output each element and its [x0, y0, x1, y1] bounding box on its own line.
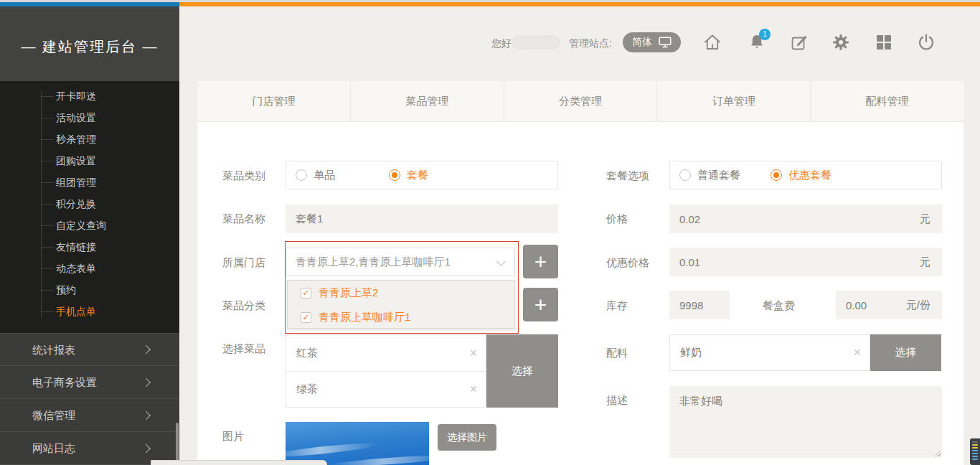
- dish-classify-label: 菜品分类: [222, 299, 265, 313]
- manage-site-label: 管理站点:: [569, 37, 612, 50]
- radio-discount-combo[interactable]: 优惠套餐: [771, 169, 831, 182]
- description-textarea[interactable]: [669, 386, 942, 458]
- tab-category-management[interactable]: 分类管理: [504, 81, 658, 121]
- username-redacted: [512, 35, 560, 50]
- sidebar-item-card-gift[interactable]: 开卡即送: [0, 85, 179, 107]
- ingredient-value: 鲜奶: [680, 346, 702, 360]
- sidebar-section-wechat[interactable]: 微信管理: [0, 399, 179, 432]
- discount-price-label: 优惠价格: [606, 256, 649, 270]
- add-classify-button[interactable]: +: [523, 288, 558, 321]
- price-field[interactable]: 0.02 元: [669, 205, 942, 233]
- chevron-down-icon: [496, 257, 506, 266]
- greeting-text: 您好: [491, 37, 512, 50]
- sidebar-submenu: 开卡即送 活动设置 秒杀管理 团购设置 组团管理 积分兑换 自定义查询 友情链接…: [0, 81, 179, 333]
- dish-name-label: 菜品名称: [222, 212, 265, 226]
- combo-option-label: 套餐选项: [606, 169, 649, 183]
- chevron-right-icon: [141, 377, 151, 387]
- radio-single-item[interactable]: 单品: [296, 169, 335, 182]
- choose-ingredient-button[interactable]: 选择: [870, 334, 941, 371]
- price-unit: 元: [920, 212, 930, 226]
- store-select-value: 青青原上草2,青青原上草咖啡厅1: [296, 255, 451, 268]
- gear-icon: [831, 32, 851, 52]
- tab-bar: 门店管理 菜品管理 分类管理 订单管理 配料管理: [197, 81, 963, 122]
- sidebar-item-groupmgmt[interactable]: 组团管理: [0, 172, 179, 193]
- choose-image-button[interactable]: 选择图片: [438, 424, 496, 451]
- sidebar-item-booking[interactable]: 预约: [0, 279, 179, 301]
- sidebar-item-groupbuy[interactable]: 团购设置: [0, 150, 179, 172]
- sidebar-item-mobile-order[interactable]: 手机点单: [0, 301, 179, 322]
- chevron-right-icon: [141, 443, 151, 453]
- section-label: 统计报表: [32, 344, 75, 356]
- box-fee-unit: 元/份: [906, 299, 930, 312]
- discount-price-field[interactable]: 0.01 元: [669, 248, 942, 276]
- combo-option-radio-group: 普通套餐 优惠套餐: [669, 161, 942, 189]
- dish-name-input[interactable]: [286, 205, 558, 233]
- remove-ingredient-icon[interactable]: ×: [853, 345, 861, 360]
- tab-order-management[interactable]: 订单管理: [657, 81, 811, 121]
- image-label: 图片: [222, 430, 244, 443]
- box-fee-value: 0.00: [846, 299, 867, 311]
- radio-icon: [679, 169, 691, 181]
- monitor-icon: [659, 37, 672, 48]
- dish-category-radio-group: 单品 套餐: [286, 161, 558, 189]
- section-label: 网站日志: [32, 442, 75, 454]
- dish-category-label: 菜品类别: [222, 169, 265, 183]
- dish-row-black-tea: 红茶 ×: [286, 335, 486, 371]
- chevron-right-icon: [141, 345, 151, 354]
- radio-icon: [771, 169, 782, 181]
- sidebar-section-statistics[interactable]: 统计报表: [0, 333, 179, 366]
- tab-ingredient-management[interactable]: 配料管理: [811, 81, 963, 121]
- sidebar-item-dynamicform[interactable]: 动态表单: [0, 258, 179, 279]
- radio-icon: [389, 169, 400, 181]
- section-label: 电子商务设置: [32, 376, 97, 388]
- apps-button[interactable]: [874, 32, 894, 52]
- radio-normal-combo[interactable]: 普通套餐: [679, 169, 740, 182]
- stock-field[interactable]: 9998: [669, 291, 730, 319]
- store-option-1[interactable]: ✓ 青青原上草2: [288, 281, 514, 305]
- radio-icon: [296, 169, 307, 181]
- sidebar: — 建站管理后台 — 开卡即送 活动设置 秒杀管理 团购设置 组团管理 积分兑换…: [0, 6, 179, 465]
- ingredient-field[interactable]: 鲜奶 ×: [669, 334, 870, 371]
- browser-status-bar: [151, 460, 327, 465]
- edit-button[interactable]: [789, 32, 809, 52]
- stock-value: 9998: [679, 299, 703, 311]
- sidebar-item-links[interactable]: 友情链接: [0, 236, 179, 258]
- edit-icon: [789, 32, 809, 52]
- choose-dishes-button[interactable]: 选择: [486, 334, 558, 408]
- tab-dish-management[interactable]: 菜品管理: [351, 81, 504, 121]
- store-dropdown: ✓ 青青原上草2 ✓ 青青原上草咖啡厅1: [287, 280, 515, 329]
- corner-scroll-widget[interactable]: [970, 438, 980, 465]
- chevron-right-icon: [141, 410, 151, 420]
- radio-combo-item[interactable]: 套餐: [389, 169, 428, 182]
- dish-name: 绿茶: [296, 382, 318, 396]
- dish-image-preview: [286, 422, 429, 465]
- app-title: — 建站管理后台 —: [0, 37, 179, 57]
- grid-icon: [874, 32, 894, 52]
- checkbox-checked-icon: ✓: [301, 288, 311, 299]
- home-button[interactable]: [702, 32, 722, 52]
- notification-badge: 1: [759, 29, 771, 40]
- notifications-button[interactable]: 1: [747, 32, 767, 52]
- dish-row-green-tea: 绿茶 ×: [286, 371, 486, 407]
- sidebar-item-customquery[interactable]: 自定义查询: [0, 215, 179, 236]
- remove-dish-icon[interactable]: ×: [469, 346, 477, 361]
- store-option-2[interactable]: ✓ 青青原上草咖啡厅1: [288, 305, 514, 329]
- sidebar-scrollbar[interactable]: [176, 423, 179, 465]
- select-dishes-label: 选择菜品: [222, 342, 265, 356]
- sidebar-item-points[interactable]: 积分兑换: [0, 193, 179, 215]
- home-icon: [702, 32, 722, 52]
- tab-store-management[interactable]: 门店管理: [197, 81, 351, 121]
- ingredient-label: 配料: [606, 347, 628, 360]
- sidebar-section-ecommerce[interactable]: 电子商务设置: [0, 366, 179, 399]
- store-select[interactable]: 青青原上草2,青青原上草咖啡厅1: [286, 248, 515, 276]
- box-fee-field[interactable]: 0.00 元/份: [836, 291, 942, 319]
- store-label: 所属门店: [222, 256, 265, 270]
- logout-button[interactable]: [916, 32, 936, 52]
- settings-button[interactable]: [831, 32, 851, 52]
- add-store-button[interactable]: +: [523, 245, 558, 278]
- sidebar-item-seckill[interactable]: 秒杀管理: [0, 128, 179, 150]
- language-site-pill[interactable]: 简体: [623, 32, 681, 52]
- selected-dishes-list: 红茶 × 绿茶 ×: [286, 334, 486, 408]
- sidebar-item-activity[interactable]: 活动设置: [0, 107, 179, 128]
- remove-dish-icon[interactable]: ×: [469, 382, 477, 397]
